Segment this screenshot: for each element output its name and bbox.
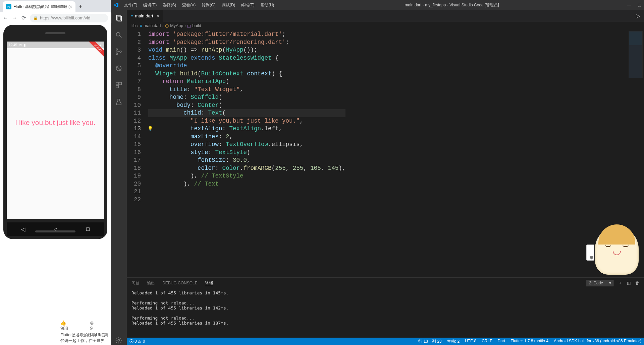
browser-tab-title: Flutter基础视频教程_哔哩哔哩 ( [13, 4, 70, 10]
panel-tab-problems[interactable]: 问题 [131, 280, 140, 286]
breadcrumb[interactable]: lib › ≡ main.dart › ⬡ MyApp › ◻ build [127, 22, 644, 30]
kill-terminal-icon[interactable]: 🗑 [635, 281, 639, 285]
like-button[interactable]: 👍 988 [60, 320, 74, 331]
title-bar: 文件(F) 编辑(E) 选择(S) 查看(V) 转到(G) 调试(D) 终端(T… [111, 0, 644, 10]
run-icon[interactable]: ▷ [636, 13, 640, 19]
chevron-right-icon: › [162, 23, 164, 28]
browser-tab-strip: tv Flutter基础视频教程_哔哩哔哩 ( × + [0, 0, 111, 12]
menu-terminal[interactable]: 终端(T) [238, 1, 257, 9]
panel-tab-output[interactable]: 输出 [147, 280, 155, 286]
phone-nav-bar: ◁ ○ □ [7, 222, 104, 236]
maximize-icon[interactable]: ▢ [638, 3, 641, 7]
editor-tab-main-dart[interactable]: ≡ main.dart × [127, 10, 163, 22]
svg-rect-10 [119, 82, 121, 85]
back-icon[interactable]: ← [3, 15, 8, 21]
search-icon[interactable] [114, 30, 123, 40]
menu-bar: 文件(F) 编辑(E) 选择(S) 查看(V) 转到(G) 调试(D) 终端(T… [121, 1, 277, 9]
dart-file-icon: ≡ [140, 23, 142, 28]
status-lang[interactable]: Dart [497, 339, 505, 344]
status-encoding[interactable]: UTF-8 [465, 339, 476, 344]
browser-toolbar: ← → ⟳ 🔒 https://www.bilibili.com/vid [0, 12, 111, 24]
new-terminal-icon[interactable]: ＋ [618, 280, 622, 286]
address-bar[interactable]: 🔒 https://www.bilibili.com/vid [30, 14, 108, 22]
battery-icon: ▮ [24, 43, 26, 47]
nav-back-icon[interactable]: ◁ [21, 226, 25, 232]
status-flutter[interactable]: Flutter: 1.7.8+hotfix.4 [511, 339, 548, 344]
panel-tab-bar: 问题 输出 DEBUG CONSOLE 终端 2: Code ＋ ◫ 🗑 [127, 278, 644, 288]
svg-point-4 [116, 49, 118, 50]
minimize-icon[interactable]: ― [627, 3, 631, 7]
svg-point-2 [116, 32, 120, 36]
menu-file[interactable]: 文件(F) [121, 1, 140, 9]
menu-view[interactable]: 查看(V) [179, 1, 198, 9]
line-gutter: 12345678910111213141516171819202122 [127, 30, 148, 277]
browser-tab[interactable]: tv Flutter基础视频教程_哔哩哔哩 ( × [3, 1, 75, 12]
app-body-text: I like you,but just like you. [7, 119, 104, 127]
vscode-logo-icon [113, 2, 119, 8]
vscode-window: 文件(F) 编辑(E) 选择(S) 查看(V) 转到(G) 调试(D) 终端(T… [111, 0, 644, 345]
reload-icon[interactable]: ⟳ [21, 15, 26, 21]
svg-point-5 [116, 53, 118, 55]
debug-icon[interactable] [114, 64, 123, 73]
phone-earpiece [45, 32, 65, 34]
chevron-right-icon: › [184, 23, 186, 28]
video-description: Flutter是谷歌的移动UI框架 代码一起工作，在全世界 [60, 332, 108, 344]
menu-edit[interactable]: 编辑(E) [141, 1, 159, 9]
lightbulb-icon[interactable]: 💡 [148, 125, 153, 133]
menu-go[interactable]: 转到(G) [199, 1, 218, 9]
phone-clock: 12:45 [9, 43, 17, 47]
explorer-icon[interactable] [111, 13, 127, 23]
status-eol[interactable]: CRLF [482, 339, 492, 344]
forward-icon[interactable]: → [12, 15, 17, 21]
panel-tab-terminal[interactable]: 终端 [205, 280, 213, 286]
nav-recent-icon[interactable]: □ [86, 226, 90, 232]
close-icon[interactable]: × [157, 13, 159, 18]
status-errors[interactable]: ⓧ 0 ⚠ 0 [129, 339, 145, 344]
svg-rect-11 [116, 85, 118, 88]
coin-button[interactable]: ⊛ 9 [90, 320, 97, 331]
menu-select[interactable]: 选择(S) [160, 1, 179, 9]
new-tab-button[interactable]: + [75, 1, 86, 12]
bilibili-favicon: tv [6, 4, 11, 9]
svg-line-3 [120, 36, 122, 38]
window-title: main.dart - my_firstapp - Visual Studio … [277, 2, 627, 8]
breadcrumb-file[interactable]: main.dart [144, 23, 161, 28]
settings-icon: ✿ [19, 43, 22, 47]
debug-banner [86, 42, 104, 60]
terminal-output[interactable]: Reloaded 1 of 455 libraries in 145ms. Pe… [127, 288, 644, 338]
breadcrumb-class[interactable]: MyApp [170, 23, 183, 28]
phone-screen: 12:45 ✿ ▮ ▲ I like you,but just like you… [7, 42, 104, 219]
editor-actions: ▷ [632, 10, 644, 22]
editor-tab-bar: ≡ main.dart × ▷ [127, 10, 644, 22]
split-terminal-icon[interactable]: ◫ [627, 281, 631, 285]
activity-bar [111, 10, 127, 345]
phone-preview-area: 12:45 ✿ ▮ ▲ I like you,but just like you… [0, 24, 111, 345]
status-device[interactable]: Android SDK built for x86 (android-x86 E… [554, 339, 641, 344]
svg-point-6 [120, 51, 121, 53]
browser-panel: tv Flutter基础视频教程_哔哩哔哩 ( × + ← → ⟳ 🔒 http… [0, 0, 111, 345]
settings-gear-icon[interactable] [114, 336, 123, 345]
status-cursor[interactable]: 行 13，列 23 [418, 339, 441, 344]
class-icon: ⬡ [165, 23, 169, 28]
source-control-icon[interactable] [114, 47, 123, 56]
code-content[interactable]: import 'package:flutter/material.dart';i… [148, 30, 345, 277]
editor-area: ≡ main.dart × ▷ lib › ≡ main.dart › ⬡ My… [127, 10, 644, 345]
code-editor[interactable]: 💡 12345678910111213141516171819202122 im… [127, 30, 644, 277]
status-spaces[interactable]: 空格: 2 [447, 339, 460, 344]
extensions-icon[interactable] [114, 80, 123, 90]
menu-debug[interactable]: 调试(D) [219, 1, 238, 9]
svg-rect-9 [116, 82, 118, 85]
bottom-panel: 问题 输出 DEBUG CONSOLE 终端 2: Code ＋ ◫ 🗑 Rel… [127, 277, 644, 338]
menu-help[interactable]: 帮助(H) [258, 1, 277, 9]
close-tab-icon[interactable]: × [70, 4, 72, 9]
svg-point-12 [118, 339, 120, 341]
minimap[interactable] [629, 31, 643, 78]
terminal-dropdown[interactable]: 2: Code [586, 280, 613, 286]
panel-tab-debug-console[interactable]: DEBUG CONSOLE [162, 281, 198, 285]
breadcrumb-method[interactable]: build [192, 23, 201, 28]
breadcrumb-folder[interactable]: lib [131, 23, 136, 28]
test-icon[interactable] [114, 97, 123, 107]
video-actions: 👍 988 ⊛ 9 [0, 320, 111, 331]
dart-file-icon: ≡ [131, 14, 133, 18]
lock-icon: 🔒 [33, 16, 38, 20]
